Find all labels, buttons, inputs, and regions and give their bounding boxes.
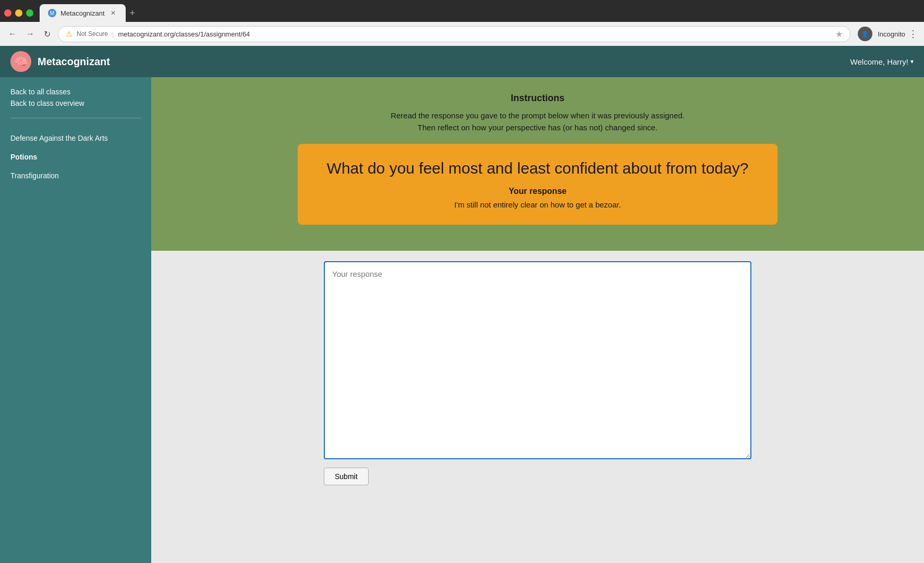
forward-button[interactable]: → [24, 27, 37, 41]
instructions-section: Instructions Reread the response you gav… [151, 77, 924, 251]
content-area: Instructions Reread the response you gav… [151, 77, 924, 563]
active-tab[interactable]: M Metacognizant ✕ [40, 4, 126, 22]
sidebar-item-defense[interactable]: Defense Against the Dark Arts [0, 129, 151, 148]
profile-button[interactable]: 👤 [858, 27, 872, 41]
window-controls [4, 9, 33, 17]
main-layout: Back to all classes Back to class overvi… [0, 77, 924, 563]
address-bar: ← → ↻ ⚠ Not Secure | metacognizant.org/c… [0, 22, 924, 46]
incognito-area: Incognito ⋮ [878, 28, 918, 40]
response-textarea[interactable] [324, 261, 751, 459]
brand-name: Metacognizant [38, 56, 110, 68]
new-tab-button[interactable]: + [126, 8, 140, 19]
back-button[interactable]: ← [6, 27, 19, 41]
bookmark-button[interactable]: ★ [835, 29, 843, 39]
instructions-title: Instructions [162, 93, 914, 104]
back-to-class-overview-link[interactable]: Back to class overview [10, 99, 141, 107]
close-button[interactable] [4, 9, 11, 17]
incognito-label: Incognito [878, 30, 905, 38]
browser-chrome: M Metacognizant ✕ + ← → ↻ ⚠ Not Secure |… [0, 0, 924, 46]
security-label: Not Secure [77, 30, 108, 38]
your-response-label: Your response [319, 187, 757, 196]
tab-close-button[interactable]: ✕ [109, 9, 117, 17]
app-wrapper: 🧠 Metacognizant Welcome, Harry! ▾ Back t… [0, 46, 924, 563]
dropdown-arrow-icon: ▾ [910, 58, 914, 65]
response-section: Submit [151, 251, 924, 563]
submit-button[interactable]: Submit [324, 468, 369, 485]
brand: 🧠 Metacognizant [10, 51, 110, 72]
prompt-card: What do you feel most and least confiden… [298, 144, 777, 225]
instructions-line1: Reread the response you gave to the prom… [162, 110, 914, 122]
tab-bar: M Metacognizant ✕ + [0, 0, 924, 22]
url-text: metacognizant.org/classes/1/assignment/6… [118, 30, 831, 38]
prompt-question: What do you feel most and least confiden… [319, 160, 757, 177]
your-response-text: I'm still not entirely clear on how to g… [319, 200, 757, 209]
menu-dots[interactable]: ⋮ [908, 28, 918, 40]
extensions-area: 👤 [858, 27, 872, 41]
reload-button[interactable]: ↻ [42, 27, 53, 41]
welcome-area[interactable]: Welcome, Harry! ▾ [850, 57, 914, 66]
minimize-button[interactable] [15, 9, 22, 17]
tab-title: Metacognizant [60, 9, 105, 17]
sidebar-nav-links: Back to all classes Back to class overvi… [0, 88, 151, 107]
welcome-label: Welcome, Harry! [850, 57, 908, 66]
sidebar: Back to all classes Back to class overvi… [0, 77, 151, 563]
security-icon: ⚠ [66, 30, 72, 38]
tab-favicon: M [48, 9, 56, 17]
url-separator: | [112, 30, 114, 38]
brand-logo: 🧠 [10, 51, 31, 72]
sidebar-item-transfiguration[interactable]: Transfiguration [0, 166, 151, 185]
url-bar[interactable]: ⚠ Not Secure | metacognizant.org/classes… [58, 26, 850, 42]
instructions-line2: Then reflect on how your perspective has… [162, 122, 914, 134]
sidebar-item-potions[interactable]: Potions [0, 148, 151, 166]
sidebar-divider [10, 118, 141, 118]
back-to-all-classes-link[interactable]: Back to all classes [10, 88, 141, 96]
maximize-button[interactable] [26, 9, 33, 17]
top-nav: 🧠 Metacognizant Welcome, Harry! ▾ [0, 46, 924, 77]
